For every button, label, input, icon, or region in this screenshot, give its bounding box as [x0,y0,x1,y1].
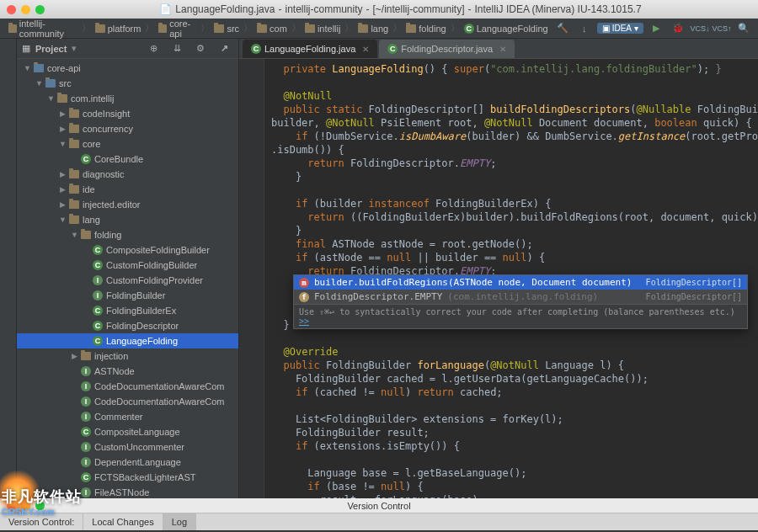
tree-expand-icon[interactable] [24,64,30,72]
code-line[interactable]: public FoldingBuilder forLanguage(@NotNu… [271,359,758,372]
code-line[interactable]: if (astNode == null || builder == null) … [271,251,758,264]
code-line[interactable]: @NotNull [271,89,758,103]
tree-row[interactable]: CCompositeLanguage [17,424,238,439]
breadcrumb-item[interactable]: src [211,23,243,35]
close-tab-icon[interactable]: ✕ [362,45,369,54]
gutter-row[interactable] [239,291,264,305]
code-line[interactable]: private LanguageFolding() { super("com.i… [271,62,758,76]
code-line[interactable]: @Override [271,345,758,359]
tree-row[interactable]: IFileASTNode [17,485,238,498]
close-window-button[interactable] [7,5,16,14]
gutter-row[interactable] [239,89,264,103]
breadcrumb-item[interactable]: lang [355,23,392,35]
gutter-row[interactable] [239,399,264,412]
code-line[interactable]: return FoldingDescriptor.EMPTY; [271,157,758,170]
project-tree[interactable]: core-apisrccom.intellijcodeInsightconcur… [17,59,238,498]
vc-close-button[interactable] [7,501,16,510]
gutter-row[interactable] [239,76,264,89]
code-line[interactable]: if (base != null) { [271,480,758,493]
gutter-row[interactable] [239,62,264,76]
tree-expand-icon[interactable] [47,94,54,103]
tree-row[interactable]: ICustomUncommenter [17,439,238,455]
vc-zoom-button[interactable] [35,501,45,510]
gutter-row[interactable] [239,439,264,453]
code-line[interactable]: .isDumb()) { [271,143,758,157]
code-line[interactable]: final ASTNode astNode = root.getNode(); [271,237,758,251]
tree-row[interactable]: CCoreBundle [17,152,238,167]
gutter-row[interactable] [239,426,264,439]
tree-row[interactable]: CLanguageFolding [17,333,238,348]
code-line[interactable] [271,332,758,345]
tree-row[interactable]: IASTNode [17,364,238,379]
gutter-row[interactable] [239,305,264,318]
gutter-row[interactable] [239,386,264,399]
gutter-row[interactable] [239,412,264,426]
breadcrumb-item[interactable]: intellij [302,23,344,35]
code-line[interactable]: List<FoldingBuilder> extensions = forKey… [271,412,758,426]
breadcrumb-item[interactable]: folding [403,23,449,35]
panel-settings-button[interactable] [191,40,210,57]
gutter-row[interactable] [239,157,264,170]
tree-row[interactable]: lang [17,212,238,227]
editor-gutter[interactable] [239,59,264,498]
code-line[interactable]: Language base = l.getBaseLanguage(); [271,466,758,480]
tree-row[interactable]: injected.editor [17,197,238,212]
tree-row[interactable]: CFoldingDescriptor [17,318,238,333]
code-line[interactable] [271,453,758,466]
tree-row[interactable]: CFoldingBuilderEx [17,303,238,318]
gutter-row[interactable] [239,184,264,197]
code-line[interactable]: FoldingBuilder result; [271,426,758,439]
tree-row[interactable]: injection [17,348,238,364]
completion-hint-link[interactable]: >> [299,317,309,326]
tool-window-tab[interactable]: Log [163,513,196,530]
tree-row[interactable]: folding [17,227,238,242]
editor-tab[interactable]: CLanguageFolding.java✕ [243,40,377,58]
tree-row[interactable]: concurrency [17,121,238,136]
collapse-all-button[interactable]: ⇊ [168,40,186,57]
tree-expand-icon[interactable] [71,352,77,360]
gutter-row[interactable] [239,359,264,372]
completion-item[interactable]: mbuilder.buildFoldRegions(ASTNode node, … [294,275,747,290]
code-line[interactable]: if (builder instanceof FoldingBuilderEx)… [271,197,758,210]
tree-expand-icon[interactable] [59,109,66,118]
tree-row[interactable]: core-api [17,61,238,76]
gutter-row[interactable] [239,372,264,386]
tree-row[interactable]: ide [17,182,238,197]
completion-item[interactable]: fFoldingDescriptor.EMPTY (com.intellij.l… [294,290,747,304]
vcs-commit-button[interactable]: VCS↑ [713,20,731,37]
code-line[interactable]: return ((FoldingBuilderEx)builder).build… [271,210,758,224]
code-line[interactable]: if (extensions.isEmpty()) { [271,439,758,453]
tree-row[interactable]: ICodeDocumentationAwareCom [17,394,238,409]
editor-tab[interactable]: CFoldingDescriptor.java✕ [379,40,515,58]
tree-expand-icon[interactable] [59,200,66,209]
tree-row[interactable]: core [17,136,238,152]
scroll-from-source-button[interactable]: ⊕ [144,40,163,57]
code-line[interactable]: FoldingBuilder cached = l.getUserData(ge… [271,372,758,386]
tree-expand-icon[interactable] [59,170,66,178]
tool-window-tab[interactable]: Local Changes [83,513,163,530]
gutter-row[interactable] [239,318,264,332]
project-view-icon[interactable]: ▦ [22,43,30,54]
run-button[interactable]: ▶ [647,20,665,37]
code-line[interactable]: if (cached != null) return cached; [271,386,758,399]
run-config-selector[interactable]: ▣ IDEA ▾ [597,23,643,34]
gutter-row[interactable] [239,345,264,359]
search-button[interactable] [734,20,753,37]
zoom-window-button[interactable] [35,5,45,14]
tree-row[interactable]: CFCTSBackedLighterAST [17,470,238,485]
gutter-row[interactable] [239,466,264,480]
close-tab-icon[interactable]: ✕ [499,45,506,54]
tree-expand-icon[interactable] [71,231,77,239]
code-editor[interactable]: private LanguageFolding() { super("com.i… [239,59,758,498]
gutter-row[interactable] [239,170,264,184]
tree-row[interactable]: src [17,76,238,91]
code-line[interactable] [271,184,758,197]
gutter-row[interactable] [239,264,264,278]
breadcrumb-item[interactable]: CLanguageFolding [461,23,552,35]
breadcrumb-item[interactable]: platform [92,23,145,35]
left-tool-stripe[interactable] [0,39,17,498]
gutter-row[interactable] [239,453,264,466]
code-line[interactable]: } [271,224,758,237]
code-line[interactable]: builder, @NotNull PsiElement root, @NotN… [271,116,758,130]
debug-button[interactable]: 🐞 [669,20,687,37]
